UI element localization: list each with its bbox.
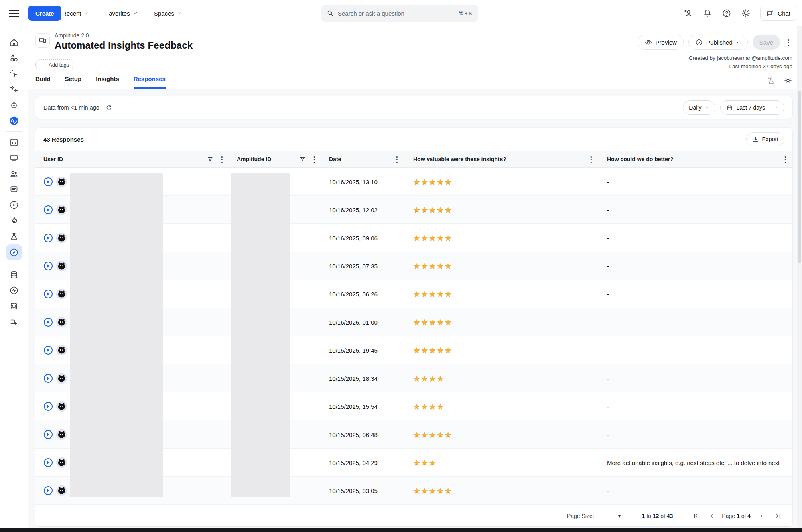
star-rating: ★★★★★ [413,345,452,355]
help-icon[interactable] [722,8,731,18]
published-dropdown-button[interactable]: Published [688,35,748,50]
home-icon[interactable] [8,37,20,48]
experiment-flask-icon[interactable] [8,231,20,242]
date-cell: 10/16/2025, 06:26 [329,290,378,297]
play-session-button[interactable] [43,374,53,383]
assistant-robot-icon[interactable] [8,99,20,111]
monitor-dashboards-icon[interactable] [8,152,20,164]
user-avatar [56,232,67,243]
play-icon [43,402,53,411]
session-replay-icon[interactable] [8,199,20,211]
bar-chart-icon[interactable] [8,137,20,148]
shapes-icon[interactable] [8,53,20,64]
hamburger-menu-icon[interactable] [9,8,19,18]
date-range-caret[interactable] [770,105,784,110]
preview-button[interactable]: Preview [638,35,684,50]
play-session-button[interactable] [43,430,53,439]
tab-insights[interactable]: Insights [96,75,119,89]
feedback-cell: - [607,403,787,410]
last-page-icon[interactable] [773,512,782,520]
filter-icon[interactable] [299,156,306,162]
cohorts-users-icon[interactable] [8,168,20,179]
pulse-monitor-icon[interactable] [8,285,20,296]
play-session-button[interactable] [43,317,53,327]
column-menu-icon[interactable]: ⋮ [782,156,789,163]
search-input[interactable]: Search or ask a question ⌘ + K [321,5,478,22]
user-avatar [56,176,67,187]
column-menu-icon[interactable]: ⋮ [218,156,226,163]
table-row: 10/15/2025, 19:45 ★★★★★ - [35,336,792,364]
table-row: 10/16/2025, 06:26 ★★★★★ - [35,280,792,308]
play-session-button[interactable] [43,289,53,299]
download-icon [752,136,759,143]
invite-user-icon[interactable] [683,8,693,18]
filter-icon[interactable] [207,156,213,162]
chat-button[interactable]: Chat [760,6,796,21]
breadcrumb[interactable]: Amplitude 2.0 [55,32,89,39]
feedback-survey-icon[interactable] [8,184,20,195]
tab-bar: Build Setup Insights Responses [35,75,166,89]
feedback-cell: More actionable insights, e.g. next step… [607,459,787,466]
play-session-button[interactable] [43,205,53,215]
play-session-button[interactable] [43,458,53,467]
settings-gear-icon[interactable] [741,8,751,18]
date-cell: 10/15/2025, 15:54 [329,403,378,410]
user-avatar [56,204,67,215]
data-database-icon[interactable] [8,269,20,280]
more-options-icon[interactable]: ⋮ [785,39,792,46]
tab-responses[interactable]: Responses [134,75,166,89]
chip-icon[interactable] [8,301,20,312]
user-avatar [56,457,67,468]
page-size-dropdown-caret[interactable]: ▼ [617,514,622,518]
granularity-dropdown[interactable]: Daily [683,100,715,115]
refresh-icon[interactable] [105,104,113,112]
play-icon [43,261,53,271]
date-cell: 10/16/2025, 09:06 [329,234,378,241]
amplitude-analytics-icon[interactable] [8,115,20,126]
previous-page-icon[interactable] [707,512,716,520]
chevron-down-icon [736,40,741,45]
export-button[interactable]: Export [746,132,784,146]
scrollbar-thumb[interactable] [798,91,801,263]
table-row: 10/16/2025, 09:06 ★★★★★ - [35,224,792,252]
add-tags-button[interactable]: Add tags [35,59,74,70]
column-menu-icon[interactable]: ⋮ [587,156,595,163]
responses-table-card: 43 Responses Export User ID ⋮ Amplitude … [35,128,792,526]
play-session-button[interactable] [43,261,53,271]
spaces-menu[interactable]: Spaces [154,0,182,26]
compass-discover-icon[interactable] [6,244,22,260]
cursor-click-icon[interactable] [8,68,20,79]
activation-flame-icon[interactable] [8,215,20,226]
play-session-button[interactable] [43,345,53,355]
data-toolbar: Data from <1 min ago Daily Last 7 days [35,96,792,119]
page-scrollbar[interactable] [797,26,802,529]
data-streams-icon[interactable] [8,316,20,327]
search-placeholder: Search or ask a question [338,10,454,17]
column-menu-icon[interactable]: ⋮ [393,156,401,163]
star-rating: ★★★★★ [413,289,452,299]
add-tags-label: Add tags [49,62,69,68]
next-page-icon[interactable] [757,512,766,520]
column-menu-icon[interactable]: ⋮ [311,156,318,163]
play-session-button[interactable] [43,233,53,243]
play-session-button[interactable] [43,402,53,411]
play-session-button[interactable] [43,177,53,187]
play-session-button[interactable] [43,486,53,495]
search-shortcut: ⌘ + K [458,10,473,16]
first-page-icon[interactable] [691,512,700,520]
star-rating: ★★★★★ [413,317,452,327]
data-freshness-text: Data from <1 min ago [43,104,99,111]
tab-setup[interactable]: Setup [65,75,82,89]
notifications-bell-icon[interactable] [703,8,712,18]
favorites-menu[interactable]: Favorites [105,0,138,26]
date-range-picker[interactable]: Last 7 days [720,100,784,115]
sparkles-icon[interactable] [8,84,20,95]
tab-build[interactable]: Build [35,75,51,89]
table-settings-gear-icon[interactable] [784,76,792,85]
recent-menu[interactable]: Recent [62,0,89,26]
date-cell: 10/15/2025, 18:34 [329,375,378,382]
play-icon [43,177,53,187]
export-label: Export [762,136,778,142]
experiment-add-icon[interactable] [767,76,776,85]
create-button[interactable]: Create [28,6,61,21]
